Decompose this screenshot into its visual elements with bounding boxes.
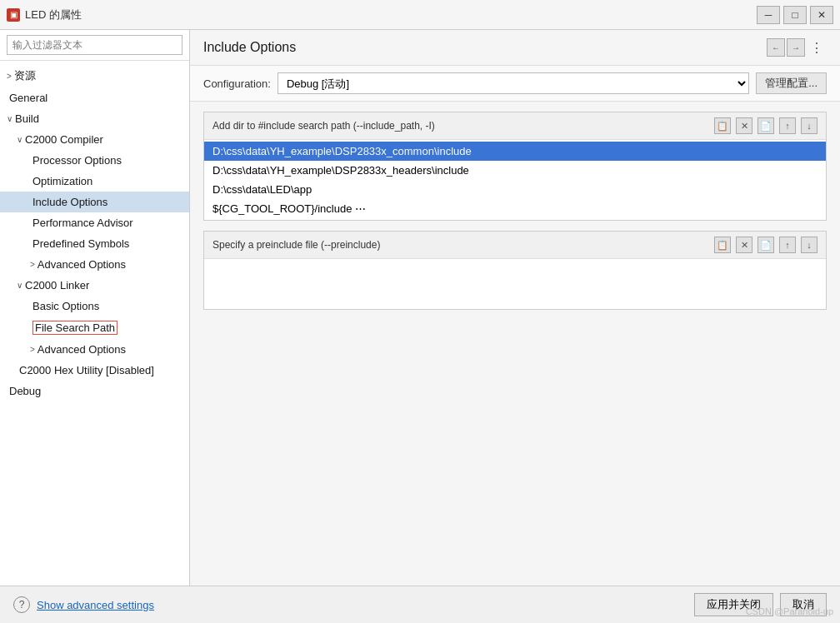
help-icon[interactable]: ?: [13, 596, 30, 613]
tree-label: Advanced Options: [38, 258, 126, 271]
tree-item-predefinedsymbols[interactable]: Predefined Symbols: [0, 233, 189, 254]
left-panel: 资源GeneralBuildC2000 CompilerProcessor Op…: [0, 30, 190, 586]
close-button[interactable]: ✕: [810, 6, 833, 24]
section2-header: Specify a preinclude file (--preinclude)…: [204, 232, 826, 259]
config-label: Configuration:: [203, 77, 271, 90]
section1-delete-button[interactable]: ✕: [736, 117, 752, 134]
search-input[interactable]: [7, 35, 182, 55]
panel-nav-buttons: ← → ⋮: [767, 38, 827, 57]
section2-down-button[interactable]: ↓: [801, 237, 818, 253]
tree-item-basicoptions[interactable]: Basic Options: [0, 296, 189, 316]
main-content: 资源GeneralBuildC2000 CompilerProcessor Op…: [0, 30, 840, 586]
tree-item-performanceadvisor[interactable]: Performance Advisor: [0, 212, 189, 233]
forward-button[interactable]: →: [787, 38, 805, 57]
tree-item-c2000hexutility[interactable]: C2000 Hex Utility [Disabled]: [0, 360, 189, 381]
tree-area: 资源GeneralBuildC2000 CompilerProcessor Op…: [0, 61, 189, 586]
tree-item-c2000compiler[interactable]: C2000 Compiler: [0, 129, 189, 150]
tree-item-optimization[interactable]: Optimization: [0, 171, 189, 192]
tree-label: Debug: [9, 385, 41, 397]
section2-delete-button[interactable]: ✕: [736, 237, 752, 253]
section1-header: Add dir to #include search path (--inclu…: [204, 112, 826, 140]
highlighted-label: File Search Path: [32, 321, 118, 335]
watermark: CSDN @Paranoid-up: [746, 606, 833, 616]
tree-item-includeoptions[interactable]: Include Options: [0, 192, 189, 212]
tree-label: Build: [15, 112, 39, 125]
config-row: Configuration: Debug [活动] 管理配置...: [190, 66, 840, 102]
show-advanced-link[interactable]: Show advanced settings: [37, 599, 154, 611]
tree-label: 资源: [14, 68, 36, 83]
tree-item-general[interactable]: General: [0, 87, 189, 108]
path-item[interactable]: D:\css\data\YH_example\DSP2833x_common\i…: [204, 142, 826, 161]
search-box: [0, 30, 189, 61]
section1-add-button[interactable]: 📋: [714, 117, 731, 134]
manage-config-button[interactable]: 管理配置...: [756, 72, 827, 94]
window-controls: ─ □ ✕: [757, 6, 833, 24]
right-panel: Include Options ← → ⋮ Configuration: Deb…: [190, 30, 840, 586]
tree-label: Basic Options: [32, 300, 99, 312]
section1-label: Add dir to #include search path (--inclu…: [212, 120, 709, 132]
tree-item-debug[interactable]: Debug: [0, 381, 189, 401]
bottom-bar: ? Show advanced settings 应用并关闭 取消: [0, 586, 840, 623]
tree-item-resources[interactable]: 资源: [0, 64, 189, 87]
tree-label: Include Options: [32, 196, 108, 208]
section2-copy-button[interactable]: 📄: [758, 237, 774, 253]
minimize-button[interactable]: ─: [757, 6, 780, 24]
path-item[interactable]: D:\css\data\LED\app: [204, 180, 826, 199]
path-item[interactable]: ${CG_TOOL_ROOT}/include ⋯: [204, 199, 826, 218]
include-paths-section: Add dir to #include search path (--inclu…: [203, 112, 827, 221]
tree-item-processoroptions[interactable]: Processor Options: [0, 150, 189, 171]
tree-item-advancedoptions1[interactable]: Advanced Options: [0, 254, 189, 275]
section1-up-button[interactable]: ↑: [779, 117, 796, 134]
tree-label: C2000 Linker: [25, 279, 89, 292]
title-bar: LED 的属性 ─ □ ✕: [0, 0, 840, 30]
tree-label: Processor Options: [32, 154, 122, 167]
section2-label: Specify a preinclude file (--preinclude): [212, 239, 709, 251]
tree-item-advancedoptions2[interactable]: Advanced Options: [0, 339, 189, 360]
tree-label: C2000 Hex Utility [Disabled]: [19, 364, 154, 376]
panel-header: Include Options ← → ⋮: [190, 30, 840, 66]
back-button[interactable]: ←: [767, 38, 785, 57]
section1-down-button[interactable]: ↓: [801, 117, 818, 134]
section2-content: [204, 259, 826, 309]
section2-add-button[interactable]: 📋: [714, 237, 731, 253]
more-options-button[interactable]: ⋮: [807, 40, 827, 56]
window-title: LED 的属性: [25, 7, 82, 22]
section2-up-button[interactable]: ↑: [779, 237, 796, 253]
tree-item-filesearchpath[interactable]: File Search Path: [0, 316, 189, 339]
tree-label: Predefined Symbols: [32, 237, 129, 250]
preinclude-section: Specify a preinclude file (--preinclude)…: [203, 231, 827, 310]
tree-label: Performance Advisor: [32, 217, 133, 229]
tree-label: C2000 Compiler: [25, 133, 103, 146]
maximize-button[interactable]: □: [783, 6, 807, 24]
config-select[interactable]: Debug [活动]: [278, 72, 749, 94]
tree-label: Optimization: [32, 175, 92, 187]
panel-title: Include Options: [203, 40, 760, 55]
section1-copy-button[interactable]: 📄: [758, 117, 774, 134]
section1-content: D:\css\data\YH_example\DSP2833x_common\i…: [204, 140, 826, 220]
tree-label: General: [9, 92, 48, 104]
tree-item-c2000linker[interactable]: C2000 Linker: [0, 275, 189, 296]
app-icon: [7, 8, 20, 22]
path-item[interactable]: D:\css\data\YH_example\DSP2833x_headers\…: [204, 161, 826, 180]
tree-item-build[interactable]: Build: [0, 108, 189, 129]
tree-label: Advanced Options: [38, 343, 126, 356]
